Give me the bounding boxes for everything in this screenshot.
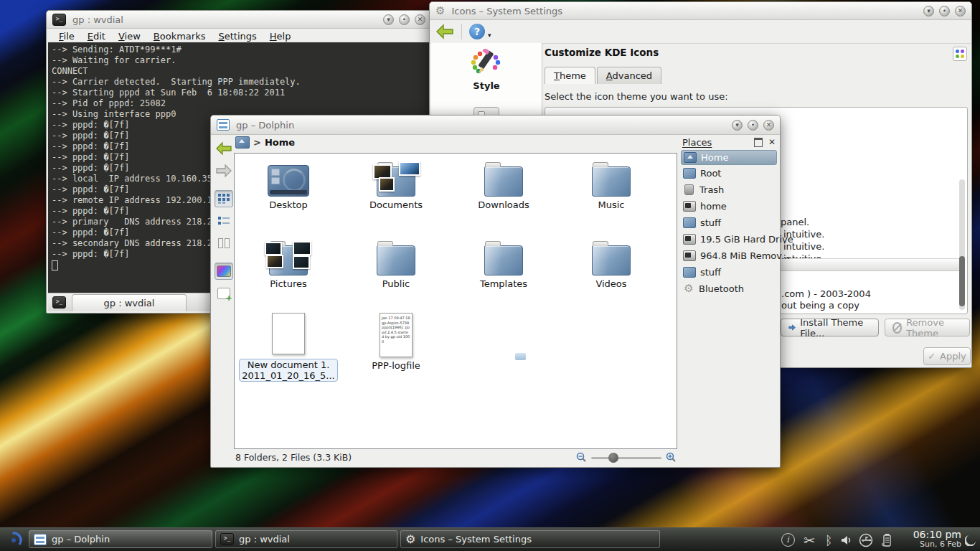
help-icon[interactable]: ? — [469, 24, 485, 39]
terminal-line: --> Carrier detected. Starting PPP immed… — [52, 77, 426, 88]
task-system-settings[interactable]: ⚙ Icons – System Settings — [400, 530, 660, 548]
icons-view-button[interactable] — [215, 190, 233, 207]
chevron-down-icon[interactable]: ▾ — [488, 32, 491, 39]
place-item-hard-drive[interactable]: 19.5 GiB Hard Drive — [681, 231, 777, 248]
folder-item-public[interactable]: Public — [346, 238, 446, 289]
notifications-icon[interactable]: i — [780, 528, 796, 551]
close-icon[interactable]: ✕ — [415, 14, 425, 25]
menu-settings[interactable]: Settings — [213, 31, 261, 42]
overview-icon[interactable] — [953, 47, 967, 61]
klipper-scissors-icon[interactable]: ✂ — [800, 528, 819, 551]
maximize-icon[interactable]: • — [399, 14, 410, 25]
task-label: gp : wvdial — [239, 534, 290, 545]
split-view-button[interactable]: + — [215, 285, 233, 302]
tab-advanced[interactable]: Advanced — [597, 67, 661, 84]
menu-bookmarks[interactable]: Bookmarks — [149, 31, 211, 42]
scrollbar-track[interactable] — [959, 179, 965, 310]
folder-item-downloads[interactable]: Downloads — [453, 159, 554, 210]
forward-button[interactable] — [215, 162, 233, 179]
place-item-home[interactable]: Home — [681, 150, 777, 165]
minimize-icon[interactable]: ▾ — [923, 6, 934, 17]
terminal-titlebar[interactable]: >_ gp : wvdial ▾ • ✕ — [47, 11, 431, 29]
place-item-bluetooth[interactable]: ⚙Bluetooth — [681, 281, 777, 297]
remove-theme-button[interactable]: Remove Theme — [885, 319, 970, 336]
scrollbar-thumb[interactable] — [959, 256, 965, 306]
close-icon[interactable]: ✕ — [763, 120, 774, 131]
place-label: Home — [701, 152, 728, 163]
details-view-button[interactable] — [215, 212, 233, 230]
menu-file[interactable]: File — [54, 31, 80, 42]
preview-button[interactable] — [215, 263, 233, 280]
folder-view[interactable]: Desktop Documents Downloads Music — [234, 153, 677, 449]
folder-item-music[interactable]: Music — [561, 159, 661, 210]
breadcrumb-home[interactable]: Home — [265, 137, 295, 148]
settings-titlebar[interactable]: ⚙ Icons – System Settings ▾ • ✕ — [430, 2, 971, 20]
theme-description-fragment: .com ) - 2003-2004 — [781, 288, 871, 299]
place-label: stuff — [700, 217, 721, 228]
place-item-root[interactable]: Root — [681, 165, 777, 182]
zoom-out-icon[interactable] — [576, 452, 587, 463]
columns-view-button[interactable] — [215, 235, 233, 252]
folder-item-pictures[interactable]: Pictures — [238, 238, 339, 289]
folder-item-templates[interactable]: Templates — [453, 238, 554, 289]
terminal-line: CONNECT — [52, 66, 426, 77]
file-item-new-document[interactable]: New document 1.2011_01_20_16_5... — [238, 313, 339, 382]
zoom-in-icon[interactable] — [666, 452, 677, 463]
maximize-icon[interactable]: • — [748, 120, 758, 131]
install-theme-button[interactable]: Install Theme File... — [781, 319, 879, 336]
panel-cashew-icon[interactable] — [963, 528, 979, 551]
apply-button[interactable]: ✓Apply — [923, 347, 971, 365]
minimize-icon[interactable]: ▾ — [383, 14, 394, 25]
theme-description-fragment: out being a copy — [781, 300, 859, 311]
place-item-removable[interactable]: 964.8 MiB Remov... — [681, 248, 777, 264]
folder-icon — [484, 166, 523, 197]
menu-help[interactable]: Help — [265, 31, 296, 42]
minimize-icon[interactable]: ▾ — [732, 120, 743, 131]
menu-view[interactable]: View — [113, 31, 146, 42]
place-item-stuff2[interactable]: stuff — [681, 264, 777, 281]
folder-icon — [484, 245, 523, 276]
file-item-ppp-logfile[interactable]: Jan 17 09:47:18 gp-Aspire-5738 pppd[1946… — [346, 313, 446, 371]
konsole-icon: >_ — [52, 14, 66, 26]
file-label-selected: New document 1.2011_01_20_16_5... — [239, 359, 337, 382]
folder-item-desktop[interactable]: Desktop — [238, 159, 339, 210]
sidebar-item-style[interactable]: Style — [431, 49, 542, 91]
battery-icon[interactable] — [878, 528, 895, 551]
place-item-trash[interactable]: Trash — [681, 182, 777, 198]
tab-theme[interactable]: Theme — [545, 67, 595, 84]
new-tab-icon[interactable]: >_ — [52, 296, 66, 309]
bluetooth-icon: ⚙ — [683, 284, 694, 293]
close-panel-icon[interactable]: ✕ — [768, 137, 776, 147]
breadcrumb: > Home — [212, 133, 679, 151]
install-theme-label: Install Theme File... — [800, 317, 871, 339]
terminal-tab[interactable]: gp : wvdial — [72, 294, 187, 311]
folder-item-documents[interactable]: Documents — [346, 159, 446, 210]
place-label: 19.5 GiB Hard Drive — [700, 234, 793, 245]
zoom-slider-thumb[interactable] — [608, 453, 618, 463]
volume-icon[interactable] — [838, 528, 855, 551]
float-panel-icon[interactable] — [754, 138, 763, 147]
task-wvdial[interactable]: >_ gp : wvdial — [215, 530, 397, 548]
settings-heading: Customize KDE Icons — [545, 47, 659, 58]
task-dolphin[interactable]: gp – Dolphin — [29, 530, 212, 548]
dolphin-titlebar[interactable]: gp – Dolphin ▾ • ✕ — [211, 116, 780, 135]
place-label: Bluetooth — [699, 283, 744, 294]
maximize-icon[interactable]: • — [939, 6, 950, 17]
place-item-home-device[interactable]: home — [681, 198, 777, 215]
clock-time: 06:10 pm — [913, 529, 961, 540]
back-button[interactable] — [215, 140, 233, 157]
file-label: PPP-logfile — [346, 360, 446, 371]
details-view-icon — [218, 216, 230, 226]
home-folder-icon[interactable] — [235, 136, 250, 149]
launcher-icon[interactable] — [1, 528, 26, 551]
folder-item-videos[interactable]: Videos — [561, 238, 661, 289]
usb-device-icon[interactable] — [857, 528, 875, 551]
menu-edit[interactable]: Edit — [83, 31, 110, 42]
zoom-slider[interactable] — [591, 453, 661, 463]
bluetooth-icon[interactable]: ᛒ — [821, 528, 837, 551]
back-icon[interactable] — [435, 24, 454, 39]
clock[interactable]: 06:10 pm Sun, 6 Feb — [913, 528, 961, 551]
dolphin-app-icon — [217, 119, 230, 131]
close-icon[interactable]: ✕ — [955, 6, 966, 17]
place-item-stuff[interactable]: stuff — [681, 215, 777, 231]
